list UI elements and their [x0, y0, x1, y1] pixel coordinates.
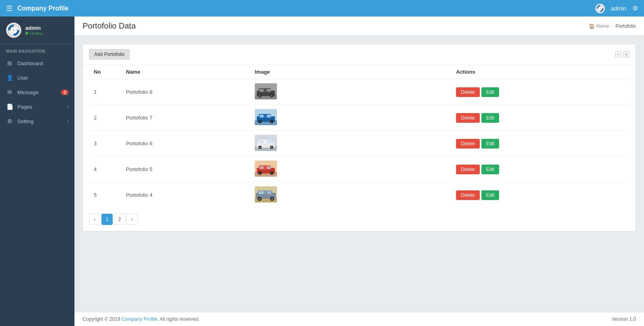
status-label: Online	[30, 31, 43, 36]
sidebar-item-setting[interactable]: ⚙ Setting ‹	[0, 114, 74, 128]
breadcrumb: 🏠 Home › Portofolio	[589, 23, 636, 29]
sidebar-username: admin	[25, 25, 43, 31]
svg-point-43	[271, 172, 272, 174]
delete-button[interactable]: Delete	[456, 165, 480, 174]
admin-username-top: admin	[611, 5, 626, 12]
sidebar-item-user[interactable]: 👤 User	[0, 70, 74, 85]
cell-image	[250, 105, 451, 131]
card-controls: − ×	[615, 51, 630, 58]
svg-rect-49	[268, 191, 271, 194]
top-navbar: ☰ Company Profile admin ⚙	[0, 0, 644, 17]
svg-point-31	[259, 146, 261, 148]
cell-name: Portofolio 6	[121, 131, 250, 157]
minimize-button[interactable]: −	[615, 51, 621, 58]
footer-version: Version 1.0	[612, 316, 636, 322]
svg-rect-19	[267, 115, 271, 118]
table-row: 1Portofolio 8 DeleteEdit	[89, 79, 630, 105]
cell-image	[250, 131, 451, 157]
cell-no: 1	[89, 79, 121, 105]
col-image: Image	[250, 65, 451, 79]
delete-button[interactable]: Delete	[456, 87, 480, 97]
bmw-logo-sidebar	[6, 23, 21, 38]
edit-button[interactable]: Edit	[481, 113, 500, 123]
copyright-text: Copyright © 2019	[83, 316, 122, 322]
svg-point-51	[259, 198, 261, 200]
dashboard-icon: ⊞	[6, 60, 13, 66]
cell-image	[250, 79, 451, 105]
close-button[interactable]: ×	[623, 51, 630, 58]
sidebar-user-area: admin Online	[0, 17, 74, 44]
footer-copyright: Copyright © 2019 Company Profile. All ri…	[83, 316, 200, 322]
pagination-page-1[interactable]: 1	[101, 214, 113, 225]
message-icon: ✉	[6, 89, 13, 95]
sidebar-user-info: admin Online	[25, 25, 43, 36]
cell-name: Portofolio 4	[121, 182, 250, 208]
breadcrumb-current: Portofolio	[615, 23, 636, 29]
svg-rect-18	[260, 115, 264, 118]
message-badge: 1	[61, 90, 68, 95]
portfolio-table: No Name Image Actions 1Portofolio 8	[89, 65, 630, 208]
navbar-left: ☰ Company Profile	[6, 4, 68, 13]
edit-button[interactable]: Edit	[481, 87, 500, 97]
setting-arrow: ‹	[67, 119, 68, 124]
pagination: ‹ 1 2 ›	[83, 208, 636, 231]
cell-actions: DeleteEdit	[451, 131, 630, 157]
delete-button[interactable]: Delete	[456, 190, 480, 200]
table-row: 5Portofolio 4 DeleteEdit	[89, 182, 630, 208]
cell-actions: DeleteEdit	[451, 157, 630, 182]
delete-button[interactable]: Delete	[456, 113, 480, 123]
breadcrumb-separator: ›	[611, 23, 613, 29]
cell-no: 4	[89, 157, 121, 182]
delete-button[interactable]: Delete	[456, 139, 480, 149]
sidebar-item-pages[interactable]: 📄 Pages ‹	[0, 99, 74, 114]
cell-actions: DeleteEdit	[451, 182, 630, 208]
cell-actions: DeleteEdit	[451, 105, 630, 131]
edit-button[interactable]: Edit	[481, 165, 500, 174]
edit-button[interactable]: Edit	[481, 139, 500, 149]
status-dot	[25, 32, 28, 35]
breadcrumb-home[interactable]: 🏠 Home	[589, 23, 609, 29]
pagination-next[interactable]: ›	[126, 214, 138, 225]
navbar-right: admin ⚙	[595, 4, 638, 13]
hamburger-icon[interactable]: ☰	[6, 4, 12, 13]
svg-rect-29	[267, 140, 271, 143]
cell-image	[250, 182, 451, 208]
cell-name: Portofolio 7	[121, 105, 250, 131]
pages-icon: 📄	[6, 103, 13, 110]
svg-rect-28	[260, 140, 264, 143]
svg-point-13	[271, 95, 272, 97]
cell-name: Portofolio 8	[121, 79, 250, 105]
svg-point-23	[271, 121, 272, 122]
cell-no: 2	[89, 105, 121, 131]
main-layout: admin Online MAIN NAVIGATION ⊞ Dashboard…	[0, 17, 644, 326]
cell-actions: DeleteEdit	[451, 79, 630, 105]
cell-name: Portofolio 5	[121, 157, 250, 182]
footer-brand-link[interactable]: Company Profile	[122, 316, 157, 322]
sidebar-label-setting: Setting	[17, 118, 33, 124]
sidebar-status: Online	[25, 31, 43, 36]
page-title: Portofolio Data	[83, 21, 136, 31]
main-body: Portofolio Data 🏠 Home › Portofolio Add …	[74, 17, 644, 326]
svg-rect-9	[267, 89, 271, 92]
add-portfolio-button[interactable]: Add Portofolio	[89, 49, 130, 60]
setting-icon: ⚙	[6, 118, 13, 124]
svg-point-21	[259, 121, 261, 122]
table-row: 3Portofolio 6 DeleteEdit	[89, 131, 630, 157]
pagination-page-2[interactable]: 2	[114, 214, 125, 225]
svg-point-11	[259, 95, 261, 97]
edit-button[interactable]: Edit	[481, 190, 500, 200]
settings-icon-top[interactable]: ⚙	[632, 4, 638, 12]
sidebar-label-dashboard: Dashboard	[17, 60, 43, 66]
app-title: Company Profile	[17, 5, 68, 12]
svg-rect-38	[260, 166, 264, 169]
page-header: Portofolio Data 🏠 Home › Portofolio	[74, 17, 644, 36]
sidebar-item-dashboard[interactable]: ⊞ Dashboard	[0, 56, 74, 70]
sidebar-label-message: Message	[17, 89, 39, 95]
table-row: 2Portofolio 7 DeleteEdit	[89, 105, 630, 131]
sidebar-label-user: User	[17, 75, 28, 81]
pagination-prev[interactable]: ‹	[89, 214, 100, 225]
sidebar-label-pages: Pages	[17, 104, 32, 110]
table-row: 4Portofolio 5 DeleteEdit	[89, 157, 630, 182]
content-spacer	[74, 239, 644, 312]
sidebar-item-message[interactable]: ✉ Message 1	[0, 85, 74, 99]
